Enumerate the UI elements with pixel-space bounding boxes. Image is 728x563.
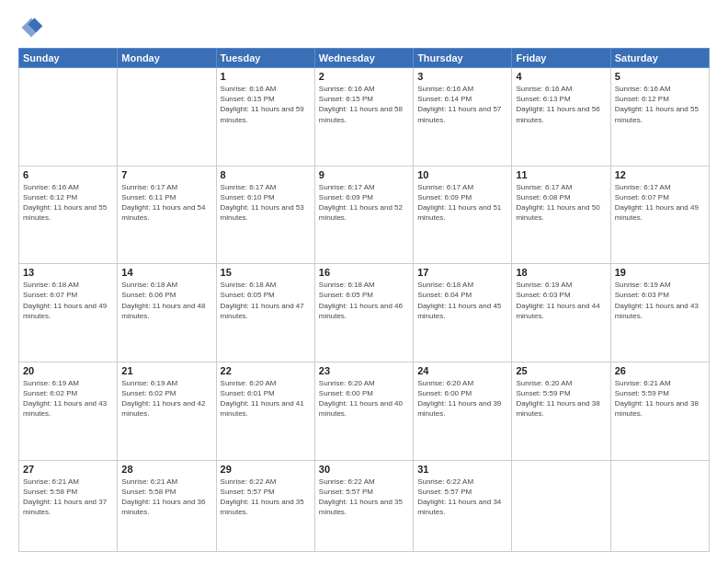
day-cell: 17Sunrise: 6:18 AM Sunset: 6:04 PM Dayli… <box>414 264 512 362</box>
day-info: Sunrise: 6:16 AM Sunset: 6:12 PM Dayligh… <box>23 182 113 224</box>
day-info: Sunrise: 6:17 AM Sunset: 6:11 PM Dayligh… <box>121 182 211 224</box>
day-info: Sunrise: 6:17 AM Sunset: 6:09 PM Dayligh… <box>319 182 409 224</box>
week-row: 27Sunrise: 6:21 AM Sunset: 5:58 PM Dayli… <box>19 460 710 551</box>
day-info: Sunrise: 6:19 AM Sunset: 6:03 PM Dayligh… <box>615 280 705 321</box>
day-info: Sunrise: 6:18 AM Sunset: 6:05 PM Dayligh… <box>221 280 311 321</box>
day-cell: 24Sunrise: 6:20 AM Sunset: 6:00 PM Dayli… <box>414 362 512 460</box>
day-number: 8 <box>221 169 311 180</box>
day-number: 16 <box>319 267 409 278</box>
day-cell: 20Sunrise: 6:19 AM Sunset: 6:02 PM Dayli… <box>19 362 118 460</box>
day-info: Sunrise: 6:16 AM Sunset: 6:15 PM Dayligh… <box>319 84 409 125</box>
day-number: 10 <box>417 169 507 180</box>
day-cell: 2Sunrise: 6:16 AM Sunset: 6:15 PM Daylig… <box>314 68 413 167</box>
header-row: SundayMondayTuesdayWednesdayThursdayFrid… <box>19 49 710 68</box>
day-cell: 16Sunrise: 6:18 AM Sunset: 6:05 PM Dayli… <box>314 264 413 362</box>
day-cell: 3Sunrise: 6:16 AM Sunset: 6:14 PM Daylig… <box>414 68 512 167</box>
day-info: Sunrise: 6:22 AM Sunset: 5:57 PM Dayligh… <box>319 477 409 518</box>
day-number: 24 <box>417 365 507 376</box>
day-cell: 27Sunrise: 6:21 AM Sunset: 5:58 PM Dayli… <box>19 460 118 551</box>
day-info: Sunrise: 6:21 AM Sunset: 5:58 PM Dayligh… <box>23 477 113 518</box>
day-number: 13 <box>23 267 113 278</box>
weekday-header: Thursday <box>414 49 512 68</box>
day-number: 3 <box>417 71 507 82</box>
day-number: 4 <box>516 71 606 82</box>
day-cell <box>19 68 118 167</box>
day-number: 30 <box>319 464 409 475</box>
day-cell <box>118 68 216 167</box>
day-number: 7 <box>121 169 211 180</box>
day-info: Sunrise: 6:18 AM Sunset: 6:06 PM Dayligh… <box>121 280 211 321</box>
day-cell: 12Sunrise: 6:17 AM Sunset: 6:07 PM Dayli… <box>610 166 709 264</box>
calendar: SundayMondayTuesdayWednesdayThursdayFrid… <box>18 48 710 552</box>
day-number: 28 <box>121 464 211 475</box>
day-cell: 10Sunrise: 6:17 AM Sunset: 6:09 PM Dayli… <box>414 166 512 264</box>
day-cell: 19Sunrise: 6:19 AM Sunset: 6:03 PM Dayli… <box>610 264 709 362</box>
logo-icon <box>18 15 44 40</box>
day-number: 20 <box>23 365 113 376</box>
day-number: 22 <box>221 365 311 376</box>
weekday-header: Friday <box>512 49 610 68</box>
day-cell: 4Sunrise: 6:16 AM Sunset: 6:13 PM Daylig… <box>512 68 610 167</box>
day-info: Sunrise: 6:21 AM Sunset: 5:58 PM Dayligh… <box>121 477 211 518</box>
weekday-header: Monday <box>118 49 216 68</box>
day-info: Sunrise: 6:20 AM Sunset: 6:00 PM Dayligh… <box>417 378 507 419</box>
day-number: 17 <box>417 267 507 278</box>
weekday-header: Sunday <box>19 49 118 68</box>
header <box>18 15 710 40</box>
day-info: Sunrise: 6:21 AM Sunset: 5:59 PM Dayligh… <box>615 378 705 419</box>
day-info: Sunrise: 6:22 AM Sunset: 5:57 PM Dayligh… <box>417 477 507 518</box>
day-cell: 29Sunrise: 6:22 AM Sunset: 5:57 PM Dayli… <box>216 460 314 551</box>
day-info: Sunrise: 6:20 AM Sunset: 5:59 PM Dayligh… <box>516 378 606 419</box>
day-info: Sunrise: 6:19 AM Sunset: 6:02 PM Dayligh… <box>23 378 113 419</box>
day-cell: 31Sunrise: 6:22 AM Sunset: 5:57 PM Dayli… <box>414 460 512 551</box>
day-info: Sunrise: 6:17 AM Sunset: 6:07 PM Dayligh… <box>615 182 705 224</box>
day-cell: 8Sunrise: 6:17 AM Sunset: 6:10 PM Daylig… <box>216 166 314 264</box>
logo <box>18 15 48 40</box>
week-row: 13Sunrise: 6:18 AM Sunset: 6:07 PM Dayli… <box>19 264 710 362</box>
day-cell: 5Sunrise: 6:16 AM Sunset: 6:12 PM Daylig… <box>610 68 709 167</box>
day-number: 12 <box>615 169 705 180</box>
day-cell: 1Sunrise: 6:16 AM Sunset: 6:15 PM Daylig… <box>216 68 314 167</box>
day-number: 21 <box>121 365 211 376</box>
day-cell: 9Sunrise: 6:17 AM Sunset: 6:09 PM Daylig… <box>314 166 413 264</box>
day-number: 31 <box>417 464 507 475</box>
day-cell: 13Sunrise: 6:18 AM Sunset: 6:07 PM Dayli… <box>19 264 118 362</box>
day-cell: 14Sunrise: 6:18 AM Sunset: 6:06 PM Dayli… <box>118 264 216 362</box>
day-info: Sunrise: 6:19 AM Sunset: 6:03 PM Dayligh… <box>516 280 606 321</box>
week-row: 1Sunrise: 6:16 AM Sunset: 6:15 PM Daylig… <box>19 68 710 167</box>
day-info: Sunrise: 6:17 AM Sunset: 6:08 PM Dayligh… <box>516 182 606 224</box>
day-info: Sunrise: 6:19 AM Sunset: 6:02 PM Dayligh… <box>121 378 211 419</box>
day-cell: 18Sunrise: 6:19 AM Sunset: 6:03 PM Dayli… <box>512 264 610 362</box>
day-number: 23 <box>319 365 409 376</box>
day-info: Sunrise: 6:18 AM Sunset: 6:07 PM Dayligh… <box>23 280 113 321</box>
day-cell: 30Sunrise: 6:22 AM Sunset: 5:57 PM Dayli… <box>314 460 413 551</box>
day-number: 11 <box>516 169 606 180</box>
day-cell: 7Sunrise: 6:17 AM Sunset: 6:11 PM Daylig… <box>118 166 216 264</box>
day-cell: 11Sunrise: 6:17 AM Sunset: 6:08 PM Dayli… <box>512 166 610 264</box>
page: SundayMondayTuesdayWednesdayThursdayFrid… <box>0 0 728 563</box>
weekday-header: Wednesday <box>314 49 413 68</box>
day-cell <box>610 460 709 551</box>
day-info: Sunrise: 6:18 AM Sunset: 6:05 PM Dayligh… <box>319 280 409 321</box>
weekday-header: Tuesday <box>216 49 314 68</box>
day-info: Sunrise: 6:16 AM Sunset: 6:13 PM Dayligh… <box>516 84 606 125</box>
day-cell: 23Sunrise: 6:20 AM Sunset: 6:00 PM Dayli… <box>314 362 413 460</box>
day-info: Sunrise: 6:20 AM Sunset: 6:00 PM Dayligh… <box>319 378 409 419</box>
week-row: 6Sunrise: 6:16 AM Sunset: 6:12 PM Daylig… <box>19 166 710 264</box>
day-number: 26 <box>615 365 705 376</box>
day-number: 9 <box>319 169 409 180</box>
day-info: Sunrise: 6:22 AM Sunset: 5:57 PM Dayligh… <box>221 477 311 518</box>
day-cell: 15Sunrise: 6:18 AM Sunset: 6:05 PM Dayli… <box>216 264 314 362</box>
day-number: 18 <box>516 267 606 278</box>
day-number: 2 <box>319 71 409 82</box>
weekday-header: Saturday <box>610 49 709 68</box>
day-number: 27 <box>23 464 113 475</box>
day-cell: 21Sunrise: 6:19 AM Sunset: 6:02 PM Dayli… <box>118 362 216 460</box>
week-row: 20Sunrise: 6:19 AM Sunset: 6:02 PM Dayli… <box>19 362 710 460</box>
day-info: Sunrise: 6:20 AM Sunset: 6:01 PM Dayligh… <box>221 378 311 419</box>
day-number: 15 <box>221 267 311 278</box>
day-number: 14 <box>121 267 211 278</box>
day-info: Sunrise: 6:16 AM Sunset: 6:15 PM Dayligh… <box>221 84 311 125</box>
day-info: Sunrise: 6:17 AM Sunset: 6:09 PM Dayligh… <box>417 182 507 224</box>
day-number: 6 <box>23 169 113 180</box>
